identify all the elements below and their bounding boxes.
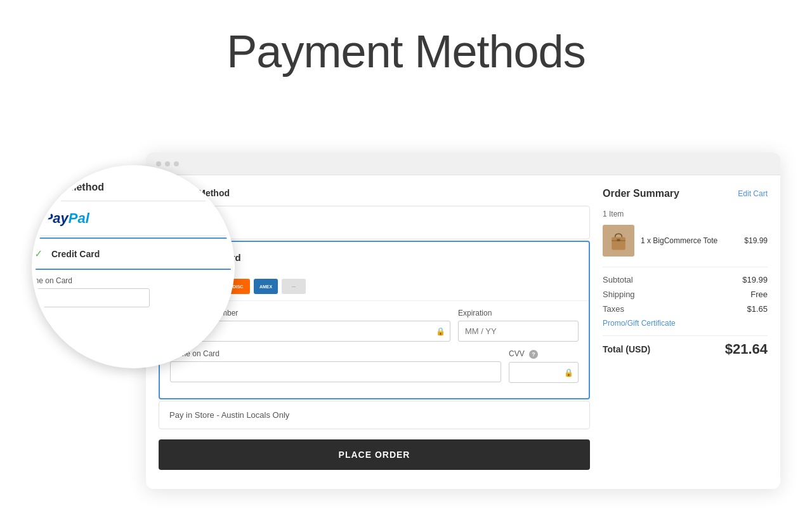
cvv-wrapper: 🔒: [509, 362, 579, 383]
shipping-row: Shipping Free: [603, 290, 768, 299]
magnifier: Payment Method P Pay Pal ✓ Credit Card N…: [32, 165, 235, 368]
name-group: Name on Card: [170, 349, 501, 383]
cvv-label: CVV ?: [509, 349, 579, 359]
shipping-value: Free: [750, 290, 768, 299]
mag-credit-card-option[interactable]: ✓ Credit Card: [32, 237, 235, 270]
taxes-label: Taxes: [603, 304, 624, 314]
cc-number-row: Credit Card Number 🔒 Expiration: [170, 309, 579, 342]
cvv-help-icon[interactable]: ?: [529, 350, 538, 359]
expiration-input[interactable]: [458, 321, 579, 342]
page-title: Payment Methods: [0, 0, 812, 77]
cvv-group: CVV ? 🔒: [509, 349, 579, 383]
expiration-label: Expiration: [458, 309, 579, 318]
subtotal-row: Subtotal $19.99: [603, 275, 768, 284]
mag-paypal-option[interactable]: P Pay Pal: [32, 201, 235, 236]
browser-card: Payment Method P Pay Pal ✓ Credit Card: [146, 152, 780, 489]
name-label: Name on Card: [170, 349, 501, 358]
mag-credit-card-label: Credit Card: [51, 249, 100, 259]
amex-icon: AMEX: [254, 279, 278, 294]
total-label: Total (USD): [603, 344, 650, 354]
mag-check-icon: ✓: [34, 248, 43, 260]
magnifier-content: Payment Method P Pay Pal ✓ Credit Card N…: [32, 165, 235, 320]
taxes-value: $1.65: [747, 304, 768, 314]
pay-in-store-option[interactable]: Pay in Store - Austin Locals Only: [159, 401, 590, 429]
subtotal-value: $19.99: [742, 275, 768, 284]
browser-content: Payment Method P Pay Pal ✓ Credit Card: [146, 175, 780, 489]
name-cvv-row: Name on Card CVV ? 🔒: [170, 349, 579, 383]
item-image: [603, 225, 634, 257]
browser-bar: [146, 152, 780, 175]
mag-paypal-logo: P Pay Pal: [34, 210, 89, 227]
mag-section-title: Payment Method: [32, 165, 235, 193]
order-summary-title: Order Summary: [603, 188, 679, 199]
edit-cart-link[interactable]: Edit Cart: [738, 189, 768, 198]
mag-name-input[interactable]: [32, 288, 150, 307]
item-count: 1 Item: [603, 210, 768, 218]
svg-rect-2: [617, 239, 620, 241]
pay-in-store-label[interactable]: Pay in Store - Austin Locals Only: [159, 401, 589, 429]
total-row: Total (USD) $21.64: [603, 335, 768, 358]
item-name: 1 x BigCommerce Tote: [641, 236, 717, 245]
other-card-icon: ···: [282, 279, 306, 294]
browser-dot-2: [165, 161, 170, 166]
shipping-label: Shipping: [603, 290, 635, 299]
promo-link[interactable]: Promo/Gift Certificate: [603, 319, 768, 328]
order-summary-header: Order Summary Edit Cart: [603, 188, 768, 199]
mag-name-label: Name on Card: [32, 276, 235, 285]
bag-image: [607, 229, 630, 252]
total-value: $21.64: [725, 341, 768, 358]
place-order-button[interactable]: PLACE ORDER: [159, 439, 590, 470]
order-divider-1: [603, 267, 768, 267]
order-item: 1 x BigCommerce Tote $19.99: [603, 225, 768, 257]
right-panel: Order Summary Edit Cart 1 Item 1 x BigCo…: [603, 188, 768, 476]
browser-dot-3: [174, 161, 179, 166]
name-input[interactable]: [170, 361, 501, 382]
expiration-group: Expiration: [458, 309, 579, 342]
subtotal-label: Subtotal: [603, 275, 633, 284]
browser-dot-1: [156, 161, 161, 166]
taxes-row: Taxes $1.65: [603, 304, 768, 314]
cc-lock-icon: 🔒: [436, 327, 445, 336]
cvv-lock-icon: 🔒: [564, 368, 573, 377]
item-price: $19.99: [744, 236, 768, 245]
